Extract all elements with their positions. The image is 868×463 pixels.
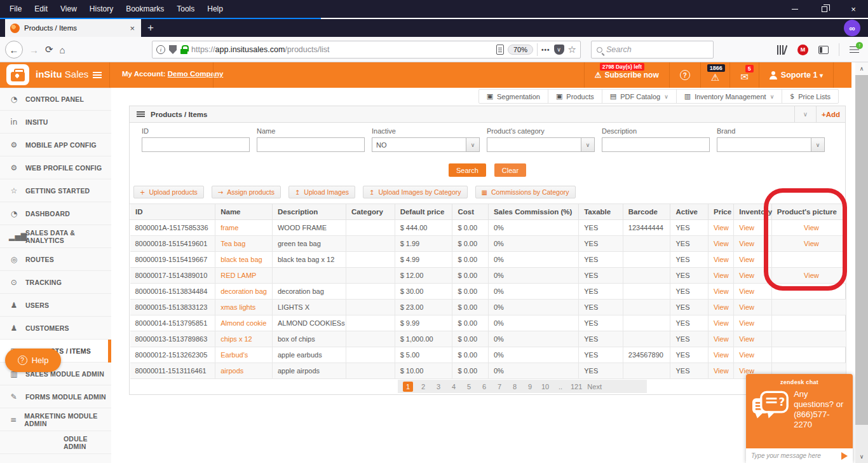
filter-select-inactive[interactable]: NO∨ xyxy=(372,137,480,152)
account-company-link[interactable]: Demo Company xyxy=(168,70,224,78)
pagination-page-10[interactable]: 10 xyxy=(540,382,550,392)
home-button[interactable]: ⌂ xyxy=(60,45,65,55)
restore-button[interactable] xyxy=(810,0,839,18)
menu-history[interactable]: History xyxy=(84,3,119,15)
bookmark-star-icon[interactable]: ☆ xyxy=(568,44,576,55)
price-view-link[interactable]: View xyxy=(714,287,729,295)
pagination-page-121[interactable]: 121 xyxy=(571,382,582,392)
product-name-link[interactable]: airpods xyxy=(220,367,243,375)
inventory-view-link[interactable]: View xyxy=(739,319,754,327)
product-name-link[interactable]: xmas lights xyxy=(220,303,255,311)
product-name-link[interactable]: Tea bag xyxy=(220,240,245,247)
filter-select-brand[interactable]: ∨ xyxy=(717,137,825,152)
price-view-link[interactable]: View xyxy=(714,351,729,359)
tab-close-icon[interactable]: × xyxy=(128,24,136,33)
https-lock-icon[interactable] xyxy=(180,45,187,54)
pagination-page-8[interactable]: 8 xyxy=(510,382,520,392)
user-menu[interactable]: Soporte 1 ▾ xyxy=(759,62,834,88)
pagination-page-3[interactable]: 3 xyxy=(433,382,444,392)
pagination-page-2[interactable]: 2 xyxy=(418,382,428,392)
send-icon[interactable] xyxy=(841,452,848,460)
my-account[interactable]: My Account: Demo Company xyxy=(122,70,223,78)
menu-edit[interactable]: Edit xyxy=(29,3,53,15)
new-tab-button[interactable]: + xyxy=(147,22,154,34)
sidebar-item-customers[interactable]: ♟CUSTOMERS xyxy=(0,317,111,340)
pagination-page-5[interactable]: 5 xyxy=(464,382,474,392)
menu-bookmarks[interactable]: Bookmarks xyxy=(120,3,170,15)
product's picture-view-link[interactable]: View xyxy=(804,224,819,232)
page-scrollbar[interactable]: ∧ ∨ xyxy=(855,62,868,463)
product-name-link[interactable]: Almond cookie xyxy=(220,319,266,327)
product-name-link[interactable]: decoration bag xyxy=(220,287,267,295)
menu-tools[interactable]: Tools xyxy=(171,3,200,15)
search-button[interactable]: Search xyxy=(449,163,486,177)
sidebar-item-dashboard[interactable]: ◔DASHBOARD xyxy=(0,202,111,225)
sidebar-item-insitu[interactable]: inINSITU xyxy=(0,111,111,134)
price-view-link[interactable]: View xyxy=(714,319,729,327)
action-assign-products[interactable]: →Assign products xyxy=(212,186,281,198)
topnav-products[interactable]: ▣Products xyxy=(548,90,602,103)
pagination-page-7[interactable]: 7 xyxy=(494,382,505,392)
forward-button[interactable]: → xyxy=(29,45,39,55)
add-product-button[interactable]: +Add xyxy=(816,106,845,122)
price-view-link[interactable]: View xyxy=(714,335,729,343)
filter-select-product-s-category[interactable]: ∨ xyxy=(487,137,595,152)
panel-collapse-button[interactable]: ∨ xyxy=(794,106,816,122)
price-view-link[interactable]: View xyxy=(714,240,729,247)
action-upload-images-by-category[interactable]: ↥Upload Images by Category xyxy=(363,186,468,198)
clear-button[interactable]: Clear xyxy=(494,163,526,177)
help-button[interactable]: ? xyxy=(669,62,700,88)
scroll-up-icon[interactable]: ∧ xyxy=(855,62,868,75)
pagination-page-1[interactable]: 1 xyxy=(403,382,413,392)
topnav-segmentation[interactable]: ▣Segmentation xyxy=(479,90,548,103)
action-commissions-by-category[interactable]: ▦Commissions by Category xyxy=(475,186,576,198)
page-actions-icon[interactable]: ••• xyxy=(541,46,550,53)
filter-input-description[interactable] xyxy=(602,137,710,152)
inventory-view-link[interactable]: View xyxy=(739,272,754,279)
topnav-price-lists[interactable]: $Price Lists xyxy=(782,90,838,103)
reader-mode-icon[interactable] xyxy=(496,45,504,55)
price-view-link[interactable]: View xyxy=(714,256,729,263)
minimize-button[interactable] xyxy=(780,0,810,18)
browser-menu-icon[interactable]: ↑ xyxy=(850,46,859,53)
chat-input[interactable]: Type your message here xyxy=(746,448,853,463)
tracking-shield-icon[interactable] xyxy=(169,45,177,54)
product-name-link[interactable]: frame xyxy=(220,224,238,232)
filter-input-name[interactable] xyxy=(257,137,365,152)
product's picture-view-link[interactable]: View xyxy=(804,240,819,247)
product-name-link[interactable]: chips x 12 xyxy=(220,335,252,343)
sidebar-item-marketing-module-admin[interactable]: ≡MARKETING MODULE ADMIN xyxy=(0,408,111,431)
inventory-view-link[interactable]: View xyxy=(739,240,754,247)
action-upload-products[interactable]: +Upload products xyxy=(133,186,204,198)
url-bar[interactable]: i https://app.insitusales.com/products/l… xyxy=(152,41,581,59)
sidebar-item-sales-data-analytics[interactable]: ▂▅▇SALES DATA & ANALYTICS xyxy=(0,225,111,248)
container-mask-icon[interactable]: ∞ xyxy=(844,20,860,36)
zoom-level-indicator[interactable]: 70% xyxy=(508,45,533,55)
pagination-page-9[interactable]: 9 xyxy=(525,382,535,392)
messages-button[interactable]: 5 ✉ xyxy=(729,62,759,88)
inventory-view-link[interactable]: View xyxy=(739,287,754,295)
topnav-pdf-catalog[interactable]: ▤PDF Catalog∨ xyxy=(602,90,677,103)
product-name-link[interactable]: Earbud's xyxy=(220,351,248,359)
subscribe-button[interactable]: 2798 Day(s) left ⚠Subscribe now xyxy=(584,62,669,88)
pagination-page-4[interactable]: 4 xyxy=(449,382,459,392)
sidebar-item-control-panel[interactable]: ◔CONTROL PANEL xyxy=(0,88,111,111)
sidebars-icon[interactable] xyxy=(818,46,829,54)
sidebar-item-web-profile-config[interactable]: ⚙WEB PROFILE CONFIG xyxy=(0,156,111,179)
reload-button[interactable]: ⟳ xyxy=(45,44,53,55)
sidebar-item-getting-started[interactable]: ☆GETTING STARTED xyxy=(0,179,111,202)
mega-extension-icon[interactable]: M xyxy=(797,45,808,55)
zendesk-chat-widget[interactable]: zendesk chat ? Any questions? or (866)57… xyxy=(746,374,853,463)
back-button[interactable]: ← xyxy=(5,41,23,59)
active-tab[interactable]: Products / Items × xyxy=(5,19,141,37)
price-view-link[interactable]: View xyxy=(714,303,729,311)
sidebar-item-mobile-app-config[interactable]: ⚙MOBILE APP CONFIG xyxy=(0,134,111,156)
search-box[interactable]: Search xyxy=(591,41,714,59)
topnav-inventory-management[interactable]: ▥Inventory Management∨ xyxy=(677,90,783,103)
page-info-icon[interactable]: i xyxy=(156,45,165,54)
sidebar-item-tracking[interactable]: ⊙TRACKING xyxy=(0,271,111,294)
panel-menu-icon[interactable] xyxy=(137,111,145,117)
inventory-view-link[interactable]: View xyxy=(739,335,754,343)
pocket-icon[interactable]: ∨ xyxy=(554,45,564,55)
sidebar-item-forms-module-admin[interactable]: ✎FORMS MODULE ADMIN xyxy=(0,385,111,408)
